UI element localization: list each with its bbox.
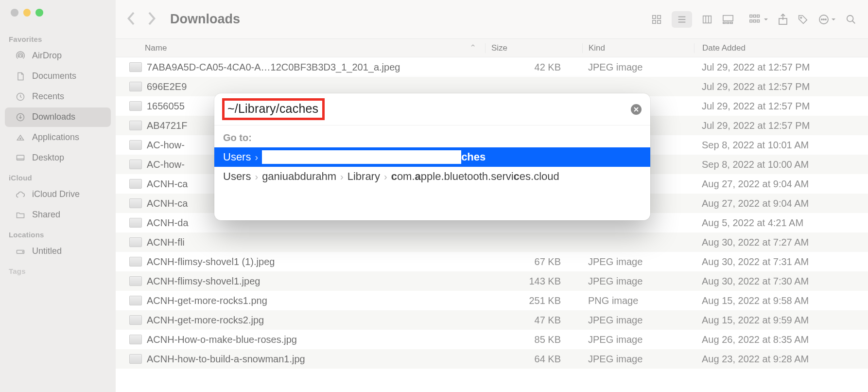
sort-ascending-icon: ⌃ (469, 43, 476, 53)
group-by-button[interactable] (749, 14, 768, 25)
file-thumbnail-icon (129, 82, 142, 91)
svg-point-25 (821, 19, 822, 20)
svg-rect-19 (750, 19, 752, 22)
file-row[interactable]: ACNH-flimsy-shovel1.jpeg143 KBJPEG image… (116, 271, 868, 291)
file-kind: JPEG image (582, 334, 694, 345)
file-date: Jul 29, 2022 at 12:57 PM (694, 120, 868, 131)
svg-rect-8 (658, 15, 660, 18)
svg-point-3 (20, 138, 21, 139)
view-list-button[interactable] (672, 11, 692, 28)
view-columns-button[interactable] (702, 14, 712, 25)
goto-suggestion[interactable]: Users › ganiuabdurahm › Library › com.ap… (214, 167, 650, 186)
view-mode-group (651, 11, 734, 28)
file-thumbnail-icon (129, 62, 142, 72)
file-row[interactable]: ACNH-flimsy-shovel1 (1).jpeg67 KBJPEG im… (116, 252, 868, 271)
minimize-window-button[interactable] (23, 9, 31, 17)
highlight-annotation: ~/Library/caches (222, 98, 325, 120)
file-date: Aug 23, 2022 at 9:28 AM (694, 354, 868, 365)
file-thumbnail-icon (129, 198, 142, 208)
sidebar-heading-favorites: Favorites (0, 30, 116, 45)
desktop-icon (15, 152, 26, 164)
chevron-right-icon: › (255, 171, 258, 182)
svg-rect-10 (658, 20, 660, 23)
file-name: ACNH-flimsy-shovel1 (1).jpeg (147, 256, 275, 267)
cloud-icon (15, 189, 26, 200)
file-size: 64 KB (485, 354, 582, 365)
file-date: Aug 27, 2022 at 9:04 AM (694, 198, 868, 209)
file-row[interactable]: ACNH-how-to-build-a-snowman1.jpg64 KBJPE… (116, 349, 868, 369)
svg-point-26 (823, 19, 824, 20)
search-button[interactable] (846, 14, 856, 25)
file-thumbnail-icon (129, 121, 142, 130)
sidebar-heading-locations: Locations (0, 226, 116, 241)
file-thumbnail-icon (129, 140, 142, 150)
file-name: 7ABA9A5D-CA05-4CA0-A…12C0BF3B3D3_1_201_a… (147, 62, 400, 73)
sidebar-item-applications[interactable]: Applications (5, 128, 111, 147)
sidebar-item-untitled[interactable]: Untitled (5, 242, 111, 261)
goto-folder-popup: ~/Library/caches Go to: Users › ches Use… (214, 93, 650, 220)
file-date: Sep 8, 2022 at 10:00 AM (694, 159, 868, 170)
svg-point-23 (800, 17, 802, 18)
sidebar-item-airdrop[interactable]: AirDrop (5, 46, 111, 66)
file-name: ACNH-get-more-rocks2.jpg (147, 315, 264, 326)
close-window-button[interactable] (11, 9, 18, 17)
file-row[interactable]: ACNH-How-o-make-blue-roses.jpg85 KBJPEG … (116, 330, 868, 349)
view-gallery-button[interactable] (722, 14, 734, 25)
clock-icon (15, 91, 26, 103)
redacted-segment (262, 150, 461, 164)
file-row[interactable]: ACNH-get-more-rocks2.jpg47 KBJPEG imageA… (116, 310, 868, 330)
file-thumbnail-icon (129, 160, 142, 169)
forward-button[interactable] (148, 11, 156, 28)
sidebar-item-documents[interactable]: Documents (5, 67, 111, 86)
sidebar-item-desktop[interactable]: Desktop (5, 148, 111, 168)
goto-suggestion-selected[interactable]: Users › ches (214, 147, 650, 167)
tags-button[interactable] (798, 14, 808, 25)
file-name: AC-how- (147, 140, 185, 151)
file-name: ACNH-ca (147, 198, 188, 209)
svg-rect-9 (653, 20, 656, 23)
file-date: Aug 30, 2022 at 7:30 AM (694, 276, 868, 287)
applications-icon (15, 132, 26, 143)
file-row[interactable]: 7ABA9A5D-CA05-4CA0-A…12C0BF3B3D3_1_201_a… (116, 57, 868, 77)
file-date: Aug 15, 2022 at 9:58 AM (694, 295, 868, 306)
column-header-name[interactable]: Name⌃ (116, 43, 485, 53)
crumb: ganiuabdurahm (262, 170, 336, 183)
file-row[interactable]: ACNH-get-more-rocks1.png251 KBPNG imageA… (116, 291, 868, 310)
file-name: ACNH-get-more-rocks1.png (147, 295, 267, 306)
disk-icon (15, 246, 26, 257)
clear-input-button[interactable] (631, 104, 642, 115)
sidebar-item-recents[interactable]: Recents (5, 87, 111, 107)
svg-point-0 (19, 54, 22, 57)
file-date: Sep 8, 2022 at 10:01 AM (694, 140, 868, 151)
view-icons-button[interactable] (651, 14, 662, 25)
goto-path-input[interactable]: ~/Library/caches (227, 102, 318, 115)
column-header-date[interactable]: Date Added (694, 43, 868, 53)
share-button[interactable] (778, 14, 788, 25)
back-button[interactable] (126, 11, 135, 28)
sidebar-item-downloads[interactable]: Downloads (5, 107, 111, 127)
sidebar-item-icloud-drive[interactable]: iCloud Drive (5, 185, 111, 204)
file-name: ACNH-how-to-build-a-snowman1.jpg (147, 354, 305, 365)
toolbar: Downloads (116, 0, 868, 39)
file-thumbnail-icon (129, 101, 142, 111)
sidebar-item-shared[interactable]: Shared (5, 205, 111, 225)
file-name: AB4721F (147, 120, 187, 131)
actions-button[interactable] (818, 14, 836, 25)
crumb: com.apple.bluetooth.services.cloud (391, 170, 559, 183)
file-row[interactable]: ACNH-fliAug 30, 2022 at 7:27 AM (116, 232, 868, 252)
column-header-kind[interactable]: Kind (582, 43, 694, 53)
window-title: Downloads (170, 12, 240, 27)
file-thumbnail-icon (129, 237, 142, 247)
sidebar-item-label: AirDrop (32, 51, 62, 61)
file-size: 67 KB (485, 256, 582, 267)
file-kind: JPEG image (582, 315, 694, 326)
svg-rect-12 (723, 15, 733, 20)
crumb-suffix: ches (461, 151, 486, 163)
file-thumbnail-icon (129, 218, 142, 228)
file-name: 1656055 (147, 101, 185, 112)
file-kind: JPEG image (582, 62, 694, 73)
file-size: 143 KB (485, 276, 582, 287)
file-thumbnail-icon (129, 296, 142, 305)
column-header-size[interactable]: Size (485, 43, 582, 53)
fullscreen-window-button[interactable] (35, 9, 43, 17)
